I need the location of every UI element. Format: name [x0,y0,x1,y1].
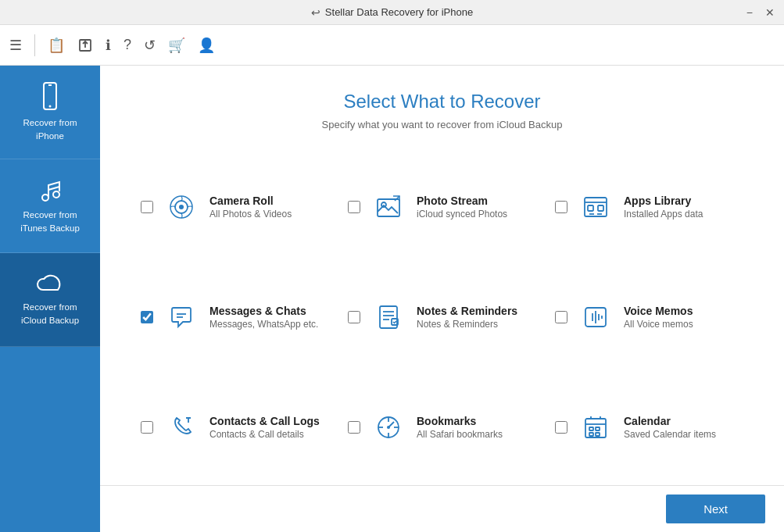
photo-stream-icon [371,190,406,224]
svg-line-6 [48,187,59,190]
icloud-icon [36,273,64,295]
svg-line-37 [388,422,394,427]
sidebar: Recover fromiPhone Recover fromiTunes Ba… [0,66,100,532]
bookmarks-checkbox[interactable] [348,421,360,434]
list-item: Contacts & Call Logs Contacts & Call det… [131,375,338,479]
back-arrow-icon: ↩ [311,6,320,19]
svg-rect-44 [589,433,593,436]
voice-memos-icon [578,300,613,334]
list-item: Messages & Chats Messages, WhatsApp etc. [131,266,338,370]
svg-point-9 [179,205,184,209]
minimize-button[interactable]: − [746,6,753,19]
svg-rect-45 [596,433,600,436]
bookmarks-icon [371,410,406,445]
contacts-calls-icon [164,410,199,445]
calendar-checkbox[interactable] [555,421,567,434]
messages-chats-checkbox[interactable] [141,311,153,323]
notes-reminders-title: Notes & Reminders [417,305,517,317]
svg-point-3 [49,105,52,108]
apps-library-checkbox[interactable] [555,201,567,213]
sidebar-label-itunes: Recover fromiTunes Backup [20,209,80,234]
app-title: Stellar Data Recovery for iPhone [325,6,473,18]
content-subtitle: Specify what you want to recover from iC… [100,119,784,130]
toolbar: ☰ 📋 ℹ ? ↺ 🛒 👤 [0,25,784,66]
calendar-icon [578,410,613,445]
list-item: Bookmarks All Safari bookmarks [338,375,546,479]
bookmarks-desc: All Safari bookmarks [417,429,503,440]
info-icon[interactable]: ℹ [106,37,111,54]
camera-roll-text: Camera Roll All Photos & Videos [209,195,292,220]
voice-memos-text: Voice Memos All Voice memos [624,305,693,330]
calendar-title: Calendar [624,415,716,427]
list-item: Voice Memos All Voice memos [546,266,753,370]
content-title: Select What to Recover [100,91,784,112]
items-grid: Camera Roll All Photos & Videos [100,149,784,485]
sidebar-label-icloud: Recover fromiCloud Backup [21,301,79,326]
contacts-calls-title: Contacts & Call Logs [209,415,320,427]
contacts-calls-text: Contacts & Call Logs Contacts & Call det… [209,415,320,440]
iphone-icon [38,82,63,110]
camera-roll-desc: All Photos & Videos [209,209,292,220]
close-button[interactable]: ✕ [765,6,775,19]
refresh-icon[interactable]: ↺ [144,37,156,54]
list-item: Calendar Saved Calendar items [546,375,753,479]
toolbar-divider [34,34,35,56]
apps-library-title: Apps Library [624,195,703,207]
sidebar-item-recover-icloud[interactable]: Recover fromiCloud Backup [0,253,100,347]
svg-rect-42 [589,427,593,430]
user-icon[interactable]: 👤 [198,37,215,54]
messages-chats-desc: Messages, WhatsApp etc. [209,319,318,330]
apps-library-icon [578,190,613,224]
sidebar-item-recover-itunes[interactable]: Recover fromiTunes Backup [0,159,100,253]
svg-rect-15 [598,205,603,211]
messages-chats-icon [164,300,199,334]
footer: Next [100,485,784,532]
svg-rect-43 [596,427,600,430]
voice-memos-desc: All Voice memos [624,319,693,330]
messages-chats-title: Messages & Chats [209,305,318,317]
photo-stream-checkbox[interactable] [348,201,360,213]
list-item: Apps Library Installed Apps data [546,155,753,259]
cart-icon[interactable]: 🛒 [168,37,185,54]
camera-roll-icon [164,190,199,224]
photo-stream-text: Photo Stream iCloud synced Photos [417,195,507,220]
list-item: Camera Roll All Photos & Videos [131,155,338,259]
title-bar: ↩ Stellar Data Recovery for iPhone − ✕ [0,0,784,25]
contacts-calls-checkbox[interactable] [141,421,153,434]
notes-reminders-checkbox[interactable] [348,311,360,323]
document-icon[interactable]: 📋 [48,37,65,54]
list-item: Notes & Reminders Notes & Reminders [338,266,546,370]
content-header: Select What to Recover Specify what you … [100,66,784,149]
export-icon[interactable] [77,37,93,53]
camera-roll-checkbox[interactable] [141,201,153,213]
photo-stream-desc: iCloud synced Photos [417,209,507,220]
next-button[interactable]: Next [666,495,765,523]
calendar-desc: Saved Calendar items [624,429,716,440]
notes-reminders-icon [371,300,406,334]
sidebar-item-recover-iphone[interactable]: Recover fromiPhone [0,66,100,159]
bookmarks-text: Bookmarks All Safari bookmarks [417,415,503,440]
notes-reminders-text: Notes & Reminders Notes & Reminders [417,305,517,330]
bookmarks-title: Bookmarks [417,415,503,427]
svg-point-4 [42,195,48,201]
calendar-text: Calendar Saved Calendar items [624,415,716,440]
photo-stream-title: Photo Stream [417,195,507,207]
list-item: Photo Stream iCloud synced Photos [338,155,546,259]
voice-memos-title: Voice Memos [624,305,693,317]
voice-memos-checkbox[interactable] [555,311,567,323]
main-layout: Recover fromiPhone Recover fromiTunes Ba… [0,66,784,532]
svg-point-5 [53,191,59,198]
sidebar-label-iphone: Recover fromiPhone [23,116,77,141]
itunes-icon [38,177,63,202]
help-icon[interactable]: ? [124,37,131,53]
menu-icon[interactable]: ☰ [9,37,22,54]
contacts-calls-desc: Contacts & Call details [209,429,320,440]
camera-roll-title: Camera Roll [209,195,292,207]
apps-library-desc: Installed Apps data [624,209,703,220]
apps-library-text: Apps Library Installed Apps data [624,195,703,220]
notes-reminders-desc: Notes & Reminders [417,319,517,330]
svg-rect-14 [588,205,593,211]
content-area: Select What to Recover Specify what you … [100,66,784,532]
messages-chats-text: Messages & Chats Messages, WhatsApp etc. [209,305,318,330]
